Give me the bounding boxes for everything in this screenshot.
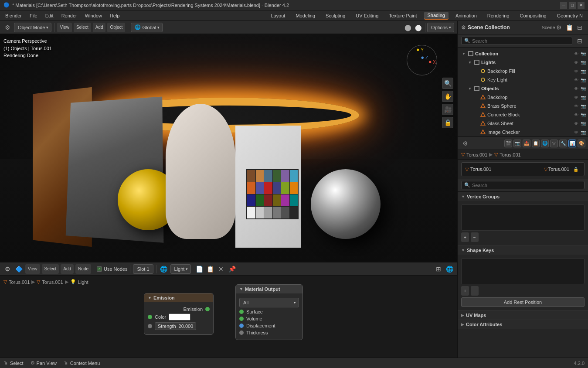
object-props-icon[interactable]: ▽ [550, 140, 558, 147]
tree-item[interactable]: Backdrop Fill👁📷 [458, 67, 588, 75]
menu-file[interactable]: File [26, 12, 41, 19]
object-name-field[interactable]: ▽ Torus.001 ▽ Torus.001 🔒 [461, 162, 585, 176]
thickness-input-socket[interactable] [239, 331, 244, 335]
node-copy-button[interactable]: 📄 [194, 264, 204, 274]
tree-item[interactable]: Key Light👁📷 [458, 75, 588, 84]
render-visibility-toggle[interactable]: 📷 [580, 68, 586, 74]
node-node-menu[interactable]: Node [75, 264, 91, 274]
3d-viewport[interactable]: Camera Perspective (1) Objects | Torus.0… [0, 34, 457, 262]
gizmo-y-axis[interactable]: ● Y [416, 46, 424, 53]
node-sphere-preview[interactable]: 🌐 [159, 264, 169, 274]
render-visibility-toggle[interactable]: 📷 [580, 59, 586, 65]
visibility-toggle[interactable]: 👁 [573, 51, 579, 57]
surface-input-socket[interactable] [239, 310, 244, 314]
tree-arrow[interactable] [473, 112, 479, 117]
tree-item[interactable]: Objects👁📷 [458, 84, 588, 93]
use-nodes-checkbox[interactable] [97, 266, 102, 272]
remove-shape-key-button[interactable]: − [471, 286, 479, 296]
tree-arrow[interactable] [473, 95, 479, 100]
modifier-props-icon[interactable]: 🔧 [559, 140, 567, 147]
node-mode-icon[interactable]: 🔷 [14, 264, 24, 274]
color-input-socket[interactable] [148, 315, 152, 319]
render-props-icon[interactable]: 📷 [513, 140, 521, 147]
tree-arrow[interactable] [467, 86, 472, 91]
menu-help[interactable]: Help [106, 12, 123, 19]
tree-item[interactable]: Collection👁📷 [458, 49, 588, 58]
tree-arrow[interactable] [473, 121, 479, 126]
gizmo-x-axis[interactable]: ● X [428, 58, 436, 65]
render-visibility-toggle[interactable]: 📷 [580, 112, 586, 118]
tree-item[interactable]: Backdrop👁📷 [458, 93, 588, 102]
material-output-collapse-arrow[interactable]: ▼ [239, 287, 243, 291]
menu-window[interactable]: Window [82, 12, 105, 19]
zoom-to-fit-button[interactable]: 🔍 [442, 78, 453, 89]
menu-animation[interactable]: Animation [452, 12, 480, 19]
strength-value[interactable]: 20.000 [179, 324, 194, 329]
scene-props-icon[interactable]: 🎬 [504, 140, 512, 147]
visibility-toggle[interactable]: 👁 [573, 129, 579, 135]
render-visibility-toggle[interactable]: 📷 [580, 120, 586, 126]
color-swatch[interactable] [169, 313, 190, 320]
render-visibility-toggle[interactable]: 📷 [580, 85, 586, 92]
visibility-toggle[interactable]: 👁 [573, 112, 579, 118]
tree-arrow[interactable] [473, 77, 479, 82]
view-menu[interactable]: View [57, 23, 72, 32]
add-vertex-group-button[interactable]: + [461, 232, 469, 242]
render-visibility-toggle[interactable]: 📷 [580, 94, 586, 100]
menu-render[interactable]: Render [58, 12, 81, 19]
tree-item[interactable]: Image Checker👁📷 [458, 128, 588, 136]
close-button[interactable]: ✕ [578, 2, 585, 9]
tree-item[interactable]: Brass Sphere👁📷 [458, 102, 588, 110]
vertex-groups-header[interactable]: ▼ Vertex Groups [458, 192, 588, 201]
node-editor-canvas[interactable]: ▽ Torus.001 ▶ ▽ Torus.001 ▶ 💡 Light ▼ [0, 276, 457, 358]
breadcrumb-item-1[interactable]: Torus.001 [9, 279, 30, 285]
menu-modeling[interactable]: Modeling [292, 12, 319, 19]
scene-world-props-icon[interactable]: 🌐 [541, 140, 549, 147]
node-view-menu[interactable]: View [25, 264, 40, 274]
node-pin-button[interactable]: 📌 [227, 264, 237, 274]
props-breadcrumb-2[interactable]: Torus.001 [500, 152, 520, 157]
menu-layout[interactable]: Layout [267, 12, 289, 19]
emission-collapse-arrow[interactable]: ▼ [148, 296, 152, 300]
render-visibility-toggle[interactable]: 📷 [580, 77, 586, 83]
viewport-gizmo[interactable]: ● X ● Y ● Z [404, 43, 439, 78]
scene-search-input[interactable] [472, 38, 569, 44]
visibility-toggle[interactable]: 👁 [573, 68, 579, 74]
emission-node[interactable]: ▼ Emission Emission Color [144, 293, 214, 335]
tree-arrow[interactable] [461, 51, 466, 56]
menu-blender[interactable]: Blender [2, 12, 25, 19]
add-shape-key-button[interactable]: + [461, 286, 469, 296]
visibility-toggle[interactable]: 👁 [573, 94, 579, 100]
tree-item[interactable]: Glass Sheet👁📷 [458, 119, 588, 128]
node-close-button[interactable]: ✕ [216, 264, 226, 274]
emission-output-socket[interactable] [205, 307, 210, 311]
scene-selector[interactable]: Scene [544, 23, 553, 32]
tree-arrow[interactable] [467, 60, 472, 65]
camera-button[interactable]: 🎥 [442, 104, 453, 115]
props-editor-type[interactable]: ⚙ [460, 139, 470, 148]
minimize-button[interactable]: ─ [560, 2, 567, 9]
editor-type-button[interactable]: ⚙ [3, 23, 12, 32]
transform-dropdown[interactable]: 🌐 Global [131, 23, 163, 32]
object-mode-dropdown[interactable]: Object Mode [14, 23, 51, 32]
shading-mode-render[interactable]: ⬤ [414, 23, 423, 32]
pan-tool-button[interactable]: ✋ [442, 91, 453, 102]
data-props-icon[interactable]: 📊 [568, 140, 576, 147]
color-attributes-header[interactable]: ▶ Color Attributes [458, 320, 588, 329]
tree-arrow[interactable] [473, 129, 479, 135]
filter-icon[interactable]: ⊟ [575, 23, 585, 32]
gizmo-z-axis[interactable]: ● Z [421, 54, 428, 61]
view-layer-props-icon[interactable]: 📋 [532, 140, 540, 147]
breadcrumb-item-2[interactable]: Torus.001 [42, 279, 63, 285]
breadcrumb-item-3[interactable]: Light [78, 279, 88, 285]
select-menu[interactable]: Select [74, 23, 91, 32]
material-output-node[interactable]: ▼ Material Output All Surface [235, 284, 303, 340]
use-nodes-toggle[interactable]: Use Nodes [97, 266, 127, 272]
node-sphere-shading[interactable]: 🌐 [445, 264, 454, 274]
object-menu[interactable]: Object [107, 23, 125, 32]
remove-vertex-group-button[interactable]: − [471, 232, 479, 242]
node-select-menu[interactable]: Select [42, 264, 59, 274]
node-light-dropdown[interactable]: Light [170, 264, 191, 274]
node-paste-button[interactable]: 📋 [205, 264, 215, 274]
menu-shading[interactable]: Shading [424, 12, 449, 20]
